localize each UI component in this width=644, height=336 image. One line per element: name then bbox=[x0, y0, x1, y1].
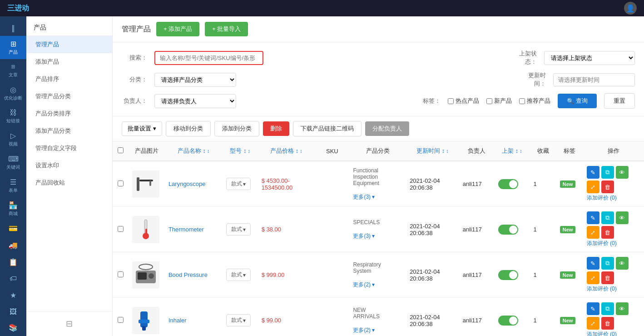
product-time: 20:06:38 bbox=[410, 184, 456, 191]
sidebar-item-article[interactable]: ≡ 文章 bbox=[0, 59, 26, 82]
add-review-link[interactable]: 添加评价 (0) bbox=[587, 285, 640, 293]
query-btn[interactable]: 🔍 查询 bbox=[558, 94, 597, 108]
view-btn[interactable]: 👁 bbox=[616, 166, 629, 179]
checkbox-recommend[interactable]: 推荐产品 bbox=[519, 97, 550, 105]
checkbox-new[interactable]: 新产品 bbox=[486, 97, 512, 105]
sidebar-item-shop[interactable]: 🏪 商城 bbox=[0, 197, 26, 221]
select-all-checkbox[interactable] bbox=[118, 147, 124, 153]
edit-btn[interactable]: ✎ bbox=[587, 211, 599, 224]
checkbox-hot-input[interactable] bbox=[448, 98, 454, 104]
share-btn[interactable]: ⤢ bbox=[587, 271, 599, 284]
sidebar-mini-toggle[interactable]: ‖ bbox=[0, 20, 26, 36]
sidebar-item-form[interactable]: ☰ 表单 bbox=[0, 174, 26, 197]
more-categories-link[interactable]: 更多(3) ▾ bbox=[353, 194, 375, 200]
more-categories-link[interactable]: 更多(3) ▾ bbox=[353, 233, 375, 239]
row-checkbox[interactable] bbox=[118, 181, 124, 186]
add-product-btn[interactable]: + 添加产品 bbox=[156, 22, 199, 36]
sidebar-item-product[interactable]: ⊞ 产品 bbox=[0, 36, 26, 59]
delete-product-btn[interactable]: 🗑 bbox=[601, 317, 614, 330]
view-btn[interactable]: 👁 bbox=[616, 211, 629, 224]
shelf-toggle[interactable] bbox=[498, 270, 518, 280]
owner-select[interactable]: 请选择负责人 bbox=[154, 94, 236, 108]
shelf-toggle[interactable] bbox=[498, 179, 518, 189]
sidebar-item-keyword[interactable]: ⌨ 关键词 bbox=[0, 151, 26, 174]
checkbox-new-input[interactable] bbox=[486, 98, 492, 104]
sidebar-item-tax[interactable]: 📋 bbox=[0, 254, 26, 271]
th-name[interactable]: 产品名称 ↕ bbox=[165, 141, 223, 161]
view-btn[interactable]: 👁 bbox=[616, 257, 629, 270]
assign-owner-btn[interactable]: 分配负责人 bbox=[365, 121, 409, 136]
more-categories-link[interactable]: 更多(2) ▾ bbox=[353, 281, 375, 288]
row-checkbox[interactable] bbox=[118, 226, 124, 232]
sidebar-item-optimize[interactable]: ◎ 优化诊断 bbox=[0, 82, 26, 105]
th-price[interactable]: 产品价格 ↕ bbox=[258, 141, 315, 161]
delete-btn[interactable]: 删除 bbox=[263, 121, 289, 136]
sidebar-product-sort[interactable]: 产品排序 bbox=[26, 70, 112, 88]
sidebar-item-video[interactable]: ▷ 视频 bbox=[0, 128, 26, 151]
more-categories-link[interactable]: 更多(2) ▾ bbox=[353, 327, 375, 333]
sidebar-add-category[interactable]: 添加产品分类 bbox=[26, 122, 112, 140]
th-model[interactable]: 型号 ↕ bbox=[223, 141, 258, 161]
model-label: 款式 bbox=[231, 180, 242, 188]
search-input[interactable] bbox=[154, 51, 263, 65]
product-name-link[interactable]: Thermometer bbox=[168, 226, 204, 233]
edit-btn[interactable]: ✎ bbox=[587, 166, 599, 179]
add-review-link[interactable]: 添加评价 (0) bbox=[587, 194, 640, 202]
sidebar-watermark[interactable]: 设置水印 bbox=[26, 157, 112, 174]
sidebar-manage-category[interactable]: 管理产品分类 bbox=[26, 88, 112, 105]
delete-product-btn[interactable]: 🗑 bbox=[601, 226, 614, 239]
sidebar-custom-fields[interactable]: 管理自定义字段 bbox=[26, 140, 112, 157]
sidebar-recycle[interactable]: 产品回收站 bbox=[26, 174, 112, 191]
sidebar-item-pay[interactable]: 💳 bbox=[0, 221, 26, 237]
shelf-toggle[interactable] bbox=[498, 225, 518, 235]
user-avatar[interactable]: 👤 bbox=[624, 2, 637, 15]
update-input[interactable] bbox=[553, 73, 635, 86]
row-checkbox[interactable] bbox=[118, 317, 124, 323]
sidebar-item-gallery[interactable]: 🖼 bbox=[0, 304, 26, 320]
edit-btn[interactable]: ✎ bbox=[587, 257, 599, 270]
sidebar-category-sort[interactable]: 产品分类排序 bbox=[26, 105, 112, 122]
sidebar-item-promo[interactable]: 🏷 bbox=[0, 271, 26, 287]
share-btn[interactable]: ⤢ bbox=[587, 226, 599, 239]
move-category-btn[interactable]: 移动到分类 bbox=[166, 121, 211, 136]
model-btn[interactable]: 款式 ▾ bbox=[226, 269, 251, 281]
copy-btn[interactable]: ⧉ bbox=[601, 211, 614, 224]
sidebar-manage-product[interactable]: 管理产品 bbox=[26, 36, 112, 53]
th-shelf[interactable]: 上架 ↕ bbox=[495, 141, 530, 161]
shelf-toggle[interactable] bbox=[498, 316, 518, 326]
row-checkbox[interactable] bbox=[118, 271, 124, 277]
delete-product-btn[interactable]: 🗑 bbox=[601, 271, 614, 284]
add-to-category-btn[interactable]: 添加到分类 bbox=[214, 121, 259, 136]
sidebar-collapse-btn[interactable]: ⊟ bbox=[66, 319, 73, 329]
model-btn[interactable]: 款式 ▾ bbox=[226, 314, 251, 326]
reset-btn[interactable]: 重置 bbox=[604, 93, 635, 109]
checkbox-hot[interactable]: 热点产品 bbox=[448, 97, 479, 105]
model-btn[interactable]: 款式 ▾ bbox=[226, 178, 251, 190]
copy-btn[interactable]: ⧉ bbox=[601, 166, 614, 179]
product-name-link[interactable]: Bood Pressure bbox=[168, 271, 208, 278]
sidebar-add-product[interactable]: 添加产品 bbox=[26, 53, 112, 70]
model-btn[interactable]: 款式 ▾ bbox=[226, 223, 251, 236]
copy-btn[interactable]: ⧉ bbox=[601, 257, 614, 270]
sidebar-item-review[interactable]: ★ bbox=[0, 287, 26, 304]
product-name-link[interactable]: Inhaler bbox=[168, 317, 187, 324]
category-select[interactable]: 请选择产品分类 bbox=[154, 73, 236, 87]
sidebar-item-freight[interactable]: 🚚 bbox=[0, 237, 26, 254]
copy-btn[interactable]: ⧉ bbox=[601, 302, 614, 315]
checkbox-recommend-input[interactable] bbox=[519, 98, 525, 104]
th-time[interactable]: 更新时间 ↕ bbox=[406, 141, 459, 161]
sidebar-item-link[interactable]: ⛓ 短链接 bbox=[0, 105, 26, 128]
share-btn[interactable]: ⤢ bbox=[587, 181, 599, 193]
sidebar-item-resource[interactable]: 📚 bbox=[0, 320, 26, 336]
add-review-link[interactable]: 添加评价 (0) bbox=[587, 240, 640, 247]
delete-product-btn[interactable]: 🗑 bbox=[601, 181, 614, 193]
share-btn[interactable]: ⤢ bbox=[587, 317, 599, 330]
status-select[interactable]: 请选择上架状态 bbox=[544, 51, 635, 65]
batch-settings-btn[interactable]: 批量设置 ▾ bbox=[122, 121, 162, 136]
batch-import-btn[interactable]: + 批量导入 bbox=[205, 22, 248, 36]
edit-btn[interactable]: ✎ bbox=[587, 302, 599, 315]
product-name-link[interactable]: Laryngoscope bbox=[168, 181, 206, 187]
add-review-link[interactable]: 添加评价 (0) bbox=[587, 331, 640, 336]
view-btn[interactable]: 👁 bbox=[616, 302, 629, 315]
download-qr-btn[interactable]: 下载产品链接二维码 bbox=[293, 121, 362, 136]
